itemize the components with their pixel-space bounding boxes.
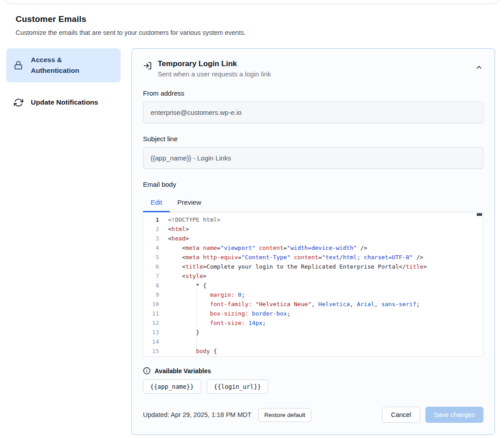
sidebar-item-label: Access & Authentication — [31, 55, 90, 76]
chevron-up-icon — [475, 64, 483, 71]
sync-icon — [13, 97, 23, 107]
previous-card-edge — [4, 0, 500, 4]
email-body-label: Email body — [143, 181, 483, 188]
collapse-section-button[interactable] — [475, 63, 483, 72]
editor-code: <!DOCTYPE html><html><head> <meta name="… — [163, 212, 483, 356]
restore-default-button[interactable]: Restore default — [258, 408, 312, 422]
variable-chip-login-url[interactable]: {{login_url}} — [207, 379, 269, 394]
editor-gutter: 12345678910111213141516 — [143, 212, 163, 356]
from-address-input[interactable] — [143, 101, 483, 123]
main-layout: Access & Authentication Update Notificat… — [0, 48, 504, 435]
subject-line-input[interactable] — [143, 147, 483, 169]
cancel-button[interactable]: Cancel — [382, 407, 420, 423]
updated-timestamp: Updated: Apr 29, 2025, 1:18 PM MDT — [143, 411, 252, 418]
page-subtitle: Customize the emails that are sent to yo… — [16, 29, 488, 36]
available-variables-label: Available Variables — [155, 367, 211, 375]
sidebar-item-label: Update Notifications — [31, 97, 98, 108]
login-link-icon — [143, 61, 152, 70]
variable-chips: {{app_name}} {{login_url}} — [143, 379, 483, 394]
available-variables-row: Available Variables — [143, 367, 483, 375]
lock-icon — [13, 60, 23, 70]
from-address-label: From address — [143, 89, 483, 97]
panel-subtitle: Sent when a user requests a login link — [158, 70, 271, 78]
panel-header: Temporary Login Link Sent when a user re… — [143, 59, 483, 78]
sidebar-item-access-authentication[interactable]: Access & Authentication — [6, 48, 121, 82]
code-editor[interactable]: 12345678910111213141516 <!DOCTYPE html><… — [143, 212, 483, 357]
tab-preview[interactable]: Preview — [170, 193, 209, 212]
save-changes-button[interactable]: Save changes — [425, 407, 483, 423]
email-settings-panel: Temporary Login Link Sent when a user re… — [131, 48, 495, 435]
sidebar: Access & Authentication Update Notificat… — [6, 48, 121, 114]
info-icon — [143, 367, 151, 375]
scrollbar-thumb[interactable] — [477, 213, 482, 216]
tab-edit[interactable]: Edit — [143, 193, 170, 212]
panel-title: Temporary Login Link — [158, 59, 271, 68]
page-title: Customer Emails — [16, 14, 488, 24]
panel-footer: Updated: Apr 29, 2025, 1:18 PM MDT Resto… — [143, 407, 483, 423]
indent-guide — [196, 281, 197, 356]
variable-chip-app-name[interactable]: {{app_name}} — [143, 379, 201, 394]
subject-line-label: Subject line — [143, 135, 483, 143]
panel-header-text: Temporary Login Link Sent when a user re… — [158, 59, 271, 78]
page-header: Customer Emails Customize the emails tha… — [16, 14, 488, 36]
email-body-tabbar: Edit Preview — [143, 193, 483, 212]
sidebar-item-update-notifications[interactable]: Update Notifications — [6, 91, 121, 114]
